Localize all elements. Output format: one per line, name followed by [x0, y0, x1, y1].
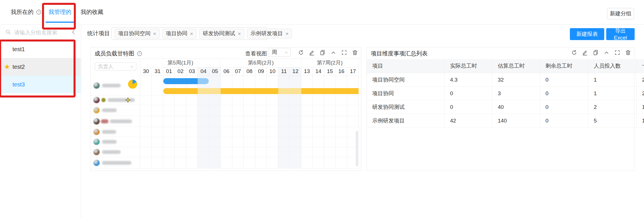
project-tag[interactable]: 项目协同空间×	[115, 29, 160, 38]
avatar	[93, 160, 100, 166]
fullscreen-icon[interactable]	[341, 49, 347, 56]
sidebar-group-test1[interactable]: test1	[0, 40, 81, 58]
tab-2[interactable]: 我管理的	[45, 0, 74, 24]
project-summary-table: 项目实际总工时估算总工时剩余总工时人员投入数卡片总数 项目协同空间4.33201…	[367, 59, 644, 128]
table-cell: 40	[492, 100, 540, 114]
summary-column-header: 实际总工时	[445, 59, 492, 73]
table-cell: 5	[588, 114, 637, 128]
grid-column-line	[290, 67, 301, 169]
collapse-icon[interactable]	[603, 49, 610, 56]
avatar	[93, 129, 100, 135]
member-row[interactable]	[91, 116, 140, 127]
member-row[interactable]	[91, 147, 140, 157]
tab-label: 我管理的	[49, 8, 71, 16]
table-cell: 4.3	[445, 73, 492, 87]
owner-select[interactable]: 负责人	[95, 63, 136, 70]
group-search-input[interactable]	[14, 28, 66, 38]
member-load-gantt-panel: 成员负载甘特图 ? 查看视图 周 负责人 第5周(1月)第6周(2月)第7周(2…	[90, 47, 361, 171]
table-row[interactable]: 示例研发项目421400514	[367, 114, 644, 128]
project-summary-panel: 项目维度事项汇总列表 项目实际总工时估算总工时剩余总工时人员投入数卡片总数 项目…	[367, 47, 634, 171]
member-name-blurred	[102, 109, 117, 112]
member-badge	[101, 119, 108, 123]
table-row[interactable]: 项目协同03012	[367, 87, 644, 100]
remove-tag-icon[interactable]: ×	[153, 31, 156, 36]
project-tag[interactable]: 示例研发项目×	[247, 29, 292, 38]
new-report-button[interactable]: 新建报表	[570, 28, 604, 40]
week-label: 第7周(2月)	[301, 59, 359, 67]
grid-column-line	[301, 67, 313, 169]
member-row[interactable]	[91, 95, 140, 105]
owner-select-placeholder: 负责人	[98, 63, 113, 70]
table-row[interactable]: 项目协同空间4.3320122	[367, 73, 644, 87]
row-line	[140, 147, 359, 147]
gantt-bar-segment	[198, 88, 221, 94]
workload-pie-icon[interactable]	[128, 80, 137, 89]
search-icon	[5, 29, 11, 35]
project-tag-label: 示例研发项目	[250, 30, 283, 37]
svg-text:?: ?	[38, 10, 39, 14]
view-select[interactable]: 周	[268, 48, 291, 57]
table-cell: 17	[637, 100, 644, 114]
table-cell: 32	[492, 73, 540, 87]
project-tag[interactable]: 研发协同测试×	[199, 29, 244, 38]
edit-icon[interactable]	[582, 49, 588, 56]
grid-column-line	[140, 67, 152, 169]
gantt-bar-segment	[221, 88, 278, 94]
table-cell: 3	[492, 87, 540, 100]
refresh-icon[interactable]	[298, 49, 304, 56]
member-row[interactable]	[91, 137, 140, 147]
gantt-bar-segment	[278, 88, 301, 94]
row-line	[140, 105, 359, 105]
summary-toolbar	[571, 49, 631, 56]
delete-icon[interactable]	[625, 49, 631, 56]
summary-table-body: 项目协同空间4.3320122项目协同03012研发协同测试0400217示例研…	[367, 73, 644, 128]
grid-column-line	[324, 67, 336, 169]
summary-column-header: 剩余总工时	[540, 59, 588, 73]
remove-tag-icon[interactable]: ×	[285, 31, 288, 36]
member-name-blurred	[102, 161, 131, 165]
sidebar-group-test3[interactable]: test3	[0, 76, 81, 93]
star-icon[interactable]: ★	[4, 63, 10, 71]
member-column	[91, 76, 140, 169]
summary-panel-title: 项目维度事项汇总列表	[371, 50, 428, 57]
refresh-icon[interactable]	[571, 49, 577, 56]
grid-column-line	[209, 67, 221, 169]
sidebar-group-test2[interactable]: ★test2	[0, 58, 81, 76]
remove-tag-icon[interactable]: ×	[190, 31, 193, 36]
app-root: 我所在的?我管理的我的收藏 新建分组 test1★test2test3 统计项目…	[0, 0, 644, 218]
remove-tag-icon[interactable]: ×	[238, 31, 241, 36]
statistics-projects-label: 统计项目	[87, 30, 110, 37]
member-row[interactable]	[91, 76, 140, 95]
edit-icon[interactable]	[309, 49, 315, 56]
gantt-bar-yellow[interactable]	[163, 88, 359, 94]
member-row[interactable]	[91, 127, 140, 137]
fullscreen-icon[interactable]	[614, 49, 620, 56]
view-label: 查看视图	[245, 50, 267, 57]
copy-icon[interactable]	[319, 49, 326, 56]
help-icon[interactable]: ?	[36, 9, 42, 15]
new-group-button[interactable]: 新建分组	[607, 8, 634, 19]
tab-3[interactable]: 我的收藏	[77, 0, 107, 24]
sidebar: test1★test2test3	[0, 24, 81, 218]
table-row[interactable]: 研发协同测试0400217	[367, 100, 644, 114]
gantt-toolbar	[298, 49, 358, 56]
grid-line	[140, 67, 359, 67]
help-icon[interactable]: ?	[137, 51, 143, 57]
collapse-icon[interactable]	[330, 49, 336, 56]
table-cell: 项目协同空间	[367, 73, 445, 87]
grid-line	[140, 76, 359, 76]
tab-1[interactable]: 我所在的?	[9, 0, 44, 24]
avatar	[93, 139, 100, 145]
vertical-scrollbar[interactable]	[356, 131, 358, 166]
project-tag[interactable]: 项目协同×	[162, 29, 196, 38]
copy-icon[interactable]	[593, 49, 599, 56]
project-multiselect[interactable]: 项目协同空间×项目协同×研发协同测试×示例研发项目×	[112, 27, 267, 40]
chevron-down-icon[interactable]	[258, 31, 264, 37]
collapse-sidebar-icon[interactable]	[70, 29, 77, 35]
gantt-bar-blue[interactable]	[163, 78, 209, 84]
member-row[interactable]	[91, 105, 140, 116]
table-cell: 0	[445, 87, 492, 100]
delete-icon[interactable]	[352, 49, 358, 56]
export-excel-button[interactable]: 导出 Excel	[606, 28, 635, 40]
member-row[interactable]	[91, 157, 140, 169]
